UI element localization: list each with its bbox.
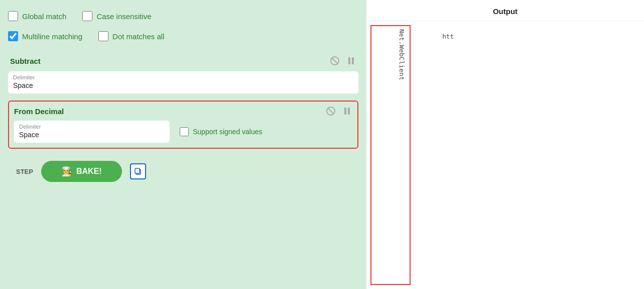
subtract-header: Subtract: [8, 51, 358, 70]
step-label: STEP: [16, 168, 33, 175]
subtract-icons: [329, 55, 356, 66]
copy-icon: [134, 167, 142, 175]
output-rest-text: htt: [415, 21, 644, 289]
from-decimal-icons: [325, 106, 352, 117]
output-highlighted-text[interactable]: Net.WebClient: [370, 25, 411, 285]
dot-matches-all-input[interactable]: [98, 31, 108, 41]
global-match-input[interactable]: [8, 11, 18, 21]
no-entry-icon: [330, 56, 339, 65]
multiline-matching-checkbox[interactable]: Multiline matching: [8, 31, 82, 41]
from-decimal-pause-icon[interactable]: [341, 106, 352, 117]
checkbox-row-1: Global match Case insensitive: [8, 6, 358, 26]
chef-icon: 👨‍🍳: [61, 166, 72, 177]
bottom-bar: STEP 👨‍🍳 BAKE!: [8, 156, 358, 187]
left-panel: Global match Case insensitive Multiline …: [0, 0, 366, 289]
case-insensitive-input[interactable]: [82, 11, 92, 21]
from-decimal-delimiter-label: Delimiter: [19, 124, 165, 130]
from-decimal-delimiter-field[interactable]: Delimiter Space: [14, 121, 170, 143]
pause-icon: [348, 57, 354, 64]
support-signed-checkbox[interactable]: Support signed values: [180, 127, 263, 136]
multiline-matching-label: Multiline matching: [22, 32, 82, 41]
copy-button[interactable]: [130, 163, 146, 179]
from-decimal-body: Delimiter Space Support signed values: [14, 121, 352, 143]
subtract-disable-icon[interactable]: [329, 55, 340, 66]
from-decimal-title: From Decimal: [14, 107, 64, 116]
output-body: Net.WebClient htt: [366, 21, 644, 289]
bake-label: BAKE!: [76, 167, 102, 176]
checkbox-row-2: Multiline matching Dot matches all: [8, 26, 358, 46]
subtract-section: Subtract Delimiter Space: [8, 51, 358, 93]
global-match-label: Global match: [22, 12, 66, 21]
support-signed-label: Support signed values: [193, 128, 263, 136]
support-signed-input[interactable]: [180, 127, 189, 136]
subtract-pause-icon[interactable]: [345, 55, 356, 66]
subtract-delimiter-value: Space: [13, 81, 353, 89]
dot-matches-all-checkbox[interactable]: Dot matches all: [98, 31, 164, 41]
case-insensitive-checkbox[interactable]: Case insensitive: [82, 11, 151, 21]
pause-icon-2: [344, 108, 350, 115]
dot-matches-all-label: Dot matches all: [112, 32, 164, 41]
from-decimal-disable-icon[interactable]: [325, 106, 336, 117]
global-match-checkbox[interactable]: Global match: [8, 11, 66, 21]
from-decimal-header: From Decimal: [14, 106, 352, 117]
subtract-delimiter-field[interactable]: Delimiter Space: [8, 71, 358, 93]
svg-rect-1: [135, 168, 140, 173]
output-header: Output: [366, 0, 644, 21]
subtract-delimiter-label: Delimiter: [13, 74, 353, 80]
case-insensitive-label: Case insensitive: [96, 12, 151, 21]
bake-button[interactable]: 👨‍🍳 BAKE!: [41, 161, 122, 182]
from-decimal-delimiter-value: Space: [19, 131, 165, 139]
multiline-matching-input[interactable]: [8, 31, 18, 41]
subtract-title: Subtract: [10, 57, 41, 65]
from-decimal-section: From Decimal Delimiter Space Support sig: [8, 101, 358, 149]
no-entry-icon-2: [326, 107, 335, 116]
right-panel: Output Net.WebClient htt: [366, 0, 644, 289]
